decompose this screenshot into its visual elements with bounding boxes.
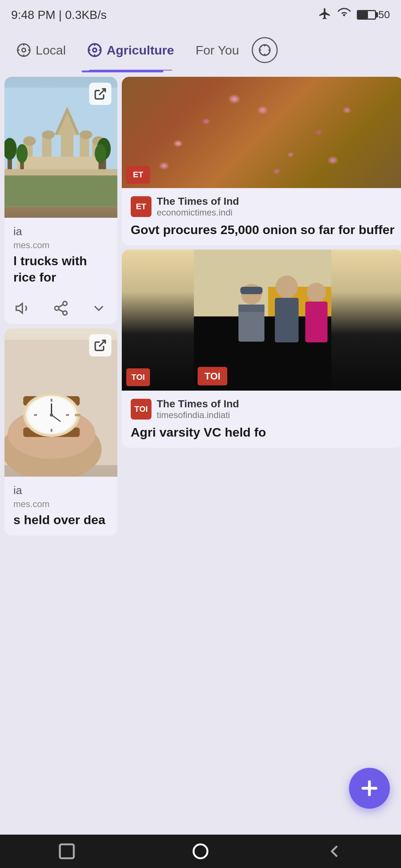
- temple-card-actions: [4, 293, 117, 324]
- right-column: ET ET The Times of Ind economictimes.ind…: [122, 77, 401, 830]
- tab-local-label: Local: [36, 43, 66, 57]
- nav-indicator: [0, 70, 401, 72]
- svg-rect-62: [75, 414, 80, 417]
- onion-card-source: ET The Times of Ind economictimes.indi: [131, 195, 394, 218]
- svg-rect-72: [275, 298, 299, 342]
- watch-source-partial: ia: [13, 484, 108, 497]
- airplane-icon: [318, 7, 332, 23]
- onion-card-content: ET The Times of Ind economictimes.indi G…: [122, 188, 401, 245]
- article-temple: ia mes.com l trucks with rice for: [4, 77, 117, 324]
- et-logo: ET: [131, 196, 151, 217]
- svg-rect-70: [238, 305, 264, 312]
- svg-point-38: [95, 144, 106, 163]
- tab-agriculture[interactable]: Agriculture: [78, 37, 183, 63]
- article-police: TOI TOI TOI The Times of Ind timesofindi…: [122, 250, 401, 448]
- police-source-name: The Times of Ind: [157, 398, 239, 410]
- watch-domain-partial: mes.com: [13, 499, 108, 509]
- temple-card-content: ia mes.com l trucks with rice for: [4, 218, 117, 293]
- toi-image-badge: TOI: [126, 368, 150, 386]
- svg-text:TOI: TOI: [205, 371, 221, 382]
- svg-point-80: [193, 844, 208, 858]
- people-image: TOI TOI: [122, 250, 401, 391]
- wifi-icon: [338, 7, 351, 23]
- back-button[interactable]: [321, 838, 347, 864]
- open-article-icon[interactable]: [89, 83, 111, 105]
- temple-source-partial: ia: [13, 225, 108, 238]
- temple-headline: l trucks with rice for: [13, 253, 108, 285]
- svg-point-1: [22, 48, 26, 52]
- svg-rect-39: [4, 169, 117, 175]
- svg-rect-58: [34, 414, 37, 416]
- status-icons: 50: [318, 7, 390, 23]
- svg-line-45: [59, 309, 63, 312]
- svg-rect-79: [60, 844, 74, 858]
- svg-marker-41: [16, 304, 22, 313]
- home-button[interactable]: [188, 838, 213, 864]
- svg-rect-68: [240, 287, 263, 294]
- svg-line-46: [59, 305, 63, 307]
- nav-tabs: Local Agriculture For You: [0, 30, 401, 70]
- recent-apps-button[interactable]: [54, 838, 80, 864]
- bottom-nav: [0, 835, 401, 868]
- compass-icon: [87, 43, 102, 57]
- tab-local[interactable]: Local: [7, 37, 75, 63]
- location-icon: [16, 43, 31, 57]
- tab-for-you-label: For You: [196, 43, 239, 57]
- more-tabs-button[interactable]: [252, 37, 278, 63]
- svg-point-44: [63, 311, 67, 315]
- svg-line-40: [99, 89, 105, 95]
- svg-point-27: [23, 136, 36, 145]
- svg-rect-74: [305, 302, 327, 342]
- svg-point-7: [93, 48, 97, 52]
- svg-point-73: [307, 283, 326, 302]
- police-card-source: TOI The Times of Ind timesofindia.indiat…: [131, 398, 394, 420]
- nav-active-indicator: [82, 70, 163, 72]
- watch-headline: s held over dea: [13, 512, 108, 528]
- content-area: ia mes.com l trucks with rice for: [0, 72, 401, 835]
- onion-image: ET: [122, 77, 401, 188]
- status-bar: 9:48 PM | 0.3KB/s 50: [0, 0, 401, 30]
- onion-headline: Govt procures 25,000 onion so far for bu…: [131, 221, 394, 238]
- status-time: 9:48 PM | 0.3KB/s: [11, 8, 107, 22]
- more-options-button[interactable]: [89, 299, 108, 318]
- onion-source-info: The Times of Ind economictimes.indi: [157, 195, 239, 218]
- svg-point-42: [63, 302, 67, 306]
- article-onion: ET ET The Times of Ind economictimes.ind…: [122, 77, 401, 245]
- watch-open-icon[interactable]: [89, 334, 111, 356]
- tab-for-you[interactable]: For You: [187, 37, 248, 63]
- temple-domain-partial: mes.com: [13, 240, 108, 250]
- svg-rect-57: [66, 414, 69, 416]
- svg-point-71: [276, 276, 298, 298]
- battery-icon: 50: [357, 9, 390, 21]
- police-source-domain: timesofindia.indiati: [157, 410, 239, 420]
- svg-line-63: [99, 341, 105, 347]
- sound-button[interactable]: [13, 299, 33, 318]
- svg-rect-56: [50, 429, 52, 432]
- svg-point-43: [55, 306, 59, 310]
- svg-point-28: [42, 130, 55, 139]
- svg-point-29: [80, 130, 92, 139]
- toi-logo: TOI: [131, 399, 151, 420]
- onion-source-domain: economictimes.indi: [157, 207, 239, 218]
- et-image-badge: ET: [126, 166, 150, 184]
- svg-point-61: [50, 414, 53, 417]
- onion-source-name: The Times of Ind: [157, 195, 239, 207]
- svg-point-36: [16, 144, 27, 163]
- police-headline: Agri varsity VC held fo: [131, 424, 394, 440]
- fab-add-button[interactable]: [349, 768, 390, 809]
- watch-card-content: ia mes.com s held over dea: [4, 477, 117, 535]
- left-column: ia mes.com l trucks with rice for: [4, 77, 117, 830]
- tab-agriculture-label: Agriculture: [107, 43, 174, 57]
- police-card-content: TOI The Times of Ind timesofindia.indiat…: [122, 391, 401, 448]
- police-source-info: The Times of Ind timesofindia.indiati: [157, 398, 239, 420]
- svg-rect-55: [50, 399, 52, 402]
- share-button[interactable]: [51, 299, 71, 318]
- article-watch: ia mes.com s held over dea: [4, 328, 117, 535]
